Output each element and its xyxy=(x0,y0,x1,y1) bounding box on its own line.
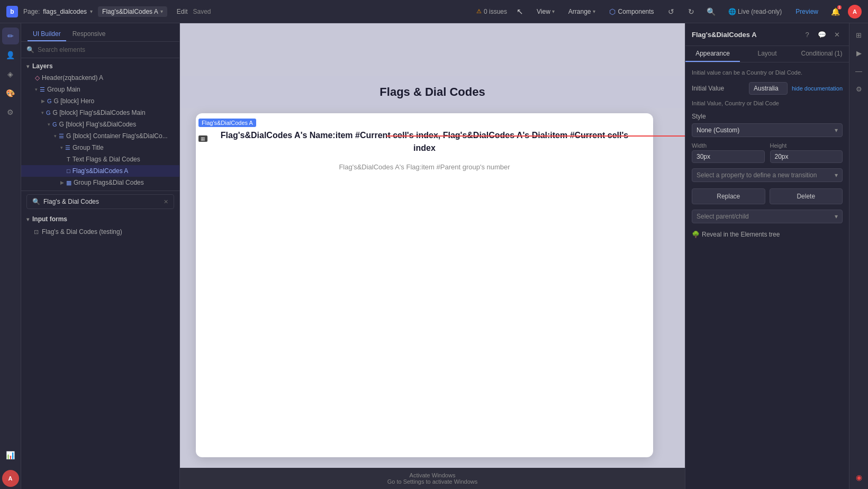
canvas-component-label[interactable]: Flag's&DialCodes A xyxy=(198,119,256,127)
layer-name: Group Flags&Dial Codes xyxy=(74,179,144,186)
grid-view-icon[interactable]: ⊞ xyxy=(852,28,866,42)
page-label: Page: xyxy=(23,8,40,15)
search-button[interactable]: 🔍 xyxy=(704,4,719,19)
live-button[interactable]: 🌐 Live (read-only) xyxy=(724,6,786,17)
user-avatar[interactable]: A xyxy=(848,5,862,19)
layer-g-flags-main[interactable]: ▾ G G [block] Flag's&DialCodes Main xyxy=(21,107,179,119)
layer-text-flags[interactable]: T Text Flags & Dial Codes xyxy=(21,153,179,165)
layer-group-main[interactable]: ▾ ☰ Group Main xyxy=(21,84,179,95)
plugins-icon[interactable]: ◈ xyxy=(2,66,19,83)
canvas-inner: Flags & Dial Codes Flag's&DialCodes A ▦ … xyxy=(180,23,685,489)
form-icon: ⊡ xyxy=(34,229,39,236)
canvas-page-title: Flags & Dial Codes xyxy=(379,85,485,99)
settings-icon[interactable]: ⚙ xyxy=(852,82,866,96)
group-icon: G xyxy=(46,110,51,116)
user-icon[interactable]: A xyxy=(2,470,19,487)
transition-select[interactable]: Select a property to define a new transi… xyxy=(692,168,843,182)
help-icon[interactable]: ? xyxy=(801,29,813,40)
style-label: Style xyxy=(692,113,843,120)
layer-g-hero[interactable]: ▶ G G [block] Hero xyxy=(21,95,179,107)
data-icon[interactable]: 👤 xyxy=(2,47,19,64)
canvas-card: Flag's&DialCodes A's Name:item #Current … xyxy=(196,113,653,457)
pointer-tool[interactable]: ↖ xyxy=(512,4,527,19)
issues-indicator[interactable]: ⚠ 0 issues xyxy=(476,8,507,15)
left-panel: UI Builder Responsive 🔍 ▾ Layers ◇ Heade… xyxy=(21,23,180,489)
saved-status: Saved xyxy=(193,8,211,15)
globe-icon: 🌐 xyxy=(728,8,736,15)
layers-header[interactable]: ▾ Layers xyxy=(21,58,179,72)
notifications-button[interactable]: 🔔 1 xyxy=(828,4,843,19)
width-input[interactable] xyxy=(692,150,765,163)
tab-appearance[interactable]: Appearance xyxy=(685,46,740,62)
diamond-icon: ◇ xyxy=(35,74,40,82)
components-label: Components xyxy=(618,8,654,15)
main-layout: ✏ 👤 ◈ 🎨 ⚙ 📊 A UI Builder Responsive 🔍 ▾ … xyxy=(0,23,868,489)
arrange-label: Arrange xyxy=(568,8,591,15)
input-forms-header[interactable]: ▾ Input forms xyxy=(21,212,179,226)
activate-title: Activate Windows xyxy=(188,472,676,478)
initial-value-row: Initial Value Australia hide documentati… xyxy=(692,82,843,95)
parent-child-select[interactable]: Select parent/child ▾ xyxy=(692,210,843,223)
transition-placeholder: Select a property to define a new transi… xyxy=(697,171,817,179)
group-icon: G xyxy=(52,121,57,128)
page-dropdown-icon[interactable]: ▾ xyxy=(90,8,93,14)
play-icon[interactable]: ▶ xyxy=(852,46,866,60)
height-input[interactable] xyxy=(770,150,843,163)
edit-button[interactable]: Edit xyxy=(177,8,188,15)
grid-icon: ▦ xyxy=(66,179,71,186)
variant-selector[interactable]: Flag's&DialCodes A ▾ xyxy=(98,6,167,17)
group-icon: ☰ xyxy=(40,86,45,93)
search-elements-bar: 🔍 xyxy=(21,42,179,58)
analytics-icon[interactable]: 📊 xyxy=(2,447,19,464)
right-panel-tabs: Appearance Layout Conditional (1) xyxy=(685,46,849,62)
layer-g-container[interactable]: ▾ ☰ G [block] Container Flag's&DialCo... xyxy=(21,130,179,142)
view-menu[interactable]: View ▾ xyxy=(532,6,559,17)
tab-conditional[interactable]: Conditional (1) xyxy=(794,46,849,62)
right-panel-content: Initial value can be a Country or Dial C… xyxy=(685,62,849,489)
redo-button[interactable]: ↻ xyxy=(684,4,699,19)
initial-value-field[interactable]: Australia xyxy=(749,82,788,95)
special-icon[interactable]: ◉ xyxy=(852,470,866,485)
layer-group-flags[interactable]: ▶ ▦ Group Flags&Dial Codes xyxy=(21,177,179,188)
tab-layout[interactable]: Layout xyxy=(740,46,794,62)
group-icon: G xyxy=(47,98,52,104)
undo-button[interactable]: ↺ xyxy=(664,4,679,19)
right-panel-header: Flag's&DialCodes A ? 💬 ✕ xyxy=(685,23,849,46)
search-elements-input[interactable] xyxy=(38,46,174,53)
delete-button[interactable]: Delete xyxy=(770,188,843,204)
comment-icon[interactable]: 💬 xyxy=(816,29,828,40)
styles-icon[interactable]: 🎨 xyxy=(2,85,19,102)
reveal-button[interactable]: 🌳 Reveal in the Elements tree xyxy=(692,228,843,241)
activate-subtitle: Go to Settings to activate Windows xyxy=(188,478,676,485)
search-icon: 🔍 xyxy=(26,46,34,53)
expand-icon: ▾ xyxy=(41,110,44,115)
issues-count: 0 issues xyxy=(484,8,507,15)
layer-header[interactable]: ◇ Header(zqbackend) A xyxy=(21,72,179,84)
preview-button[interactable]: Preview xyxy=(791,6,822,17)
tab-ui-builder[interactable]: UI Builder xyxy=(28,28,66,41)
ui-builder-icon[interactable]: ✏ xyxy=(2,28,19,44)
layer-group-title[interactable]: ▾ ☰ Group Title xyxy=(21,142,179,153)
clear-search-icon[interactable]: ✕ xyxy=(164,198,168,205)
replace-button[interactable]: Replace xyxy=(692,188,765,204)
close-icon[interactable]: ✕ xyxy=(831,29,843,40)
canvas-card-text1: Flag's&DialCodes A's Name:item #Current … xyxy=(212,129,637,155)
input-form-item[interactable]: ⊡ Flag's & Dial Codes (testing) xyxy=(21,226,179,238)
settings-icon[interactable]: ⚙ xyxy=(2,104,19,121)
components-button[interactable]: ⬡ Components xyxy=(605,6,658,17)
hide-doc-link[interactable]: hide documentation xyxy=(792,85,843,92)
live-label: Live (read-only) xyxy=(738,8,782,15)
arrange-menu[interactable]: Arrange ▾ xyxy=(564,6,600,17)
initial-value-hint: Initial value can be a Country or Dial C… xyxy=(692,69,843,77)
panel-search-input[interactable] xyxy=(43,198,160,205)
layer-g-flags-dialcodes[interactable]: ▾ G G [block] Flag's&DialCodes xyxy=(21,119,179,130)
layer-name: G [block] Container Flag's&DialCo... xyxy=(66,132,168,140)
view-caret-icon: ▾ xyxy=(552,8,555,14)
group-icon: ☰ xyxy=(59,133,64,140)
layer-flags-dialcodes-a[interactable]: □ Flag's&DialCodes A xyxy=(21,165,179,177)
style-dropdown[interactable]: None (Custom) ▾ xyxy=(692,123,843,137)
canvas-grid-icon-label: ▦ xyxy=(198,135,207,142)
minus-icon[interactable]: — xyxy=(852,64,866,78)
expand-icon: ▶ xyxy=(41,98,45,104)
tab-responsive[interactable]: Responsive xyxy=(67,28,111,41)
